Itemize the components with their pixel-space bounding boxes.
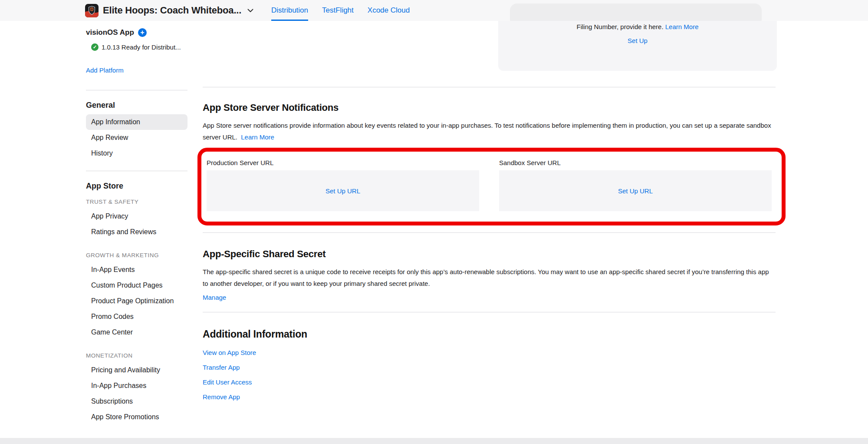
sidebar-item-ratings-reviews[interactable]: Ratings and Reviews (86, 224, 187, 240)
sidebar-growth-marketing-list: In-App Events Custom Product Pages Produ… (86, 262, 187, 340)
server-notifications-title: App Store Server Notifications (203, 102, 776, 113)
server-notifications-description-text: App Store server notifications provide i… (203, 122, 771, 141)
sidebar-item-game-center[interactable]: Game Center (86, 325, 187, 340)
filing-learn-more-link[interactable]: Learn More (665, 23, 699, 30)
transfer-app-link[interactable]: Transfer App (203, 364, 240, 371)
production-server-url-label: Production Server URL (207, 159, 479, 166)
edit-user-access-link[interactable]: Edit User Access (203, 378, 252, 386)
red-annotation-box: Production Server URL Set Up URL Sandbox… (197, 148, 786, 225)
sidebar-item-pricing-availability[interactable]: Pricing and Availability (86, 362, 187, 378)
sidebar-item-in-app-events[interactable]: In-App Events (86, 262, 187, 278)
list-item: View on App Store (203, 348, 776, 357)
platform-row: visionOS App + (86, 28, 187, 37)
version-status-row[interactable]: ✓ 1.0.13 Ready for Distribut... (86, 43, 187, 51)
sidebar-general-list: App Information App Review History (86, 114, 187, 161)
sidebar-group-trust-safety: TRUST & SAFETY (86, 199, 187, 205)
view-on-app-store-link[interactable]: View on App Store (203, 349, 256, 356)
list-item: Remove App (203, 392, 776, 401)
add-platform-plus-icon[interactable]: + (138, 28, 147, 37)
sidebar-item-subscriptions[interactable]: Subscriptions (86, 394, 187, 409)
tab-distribution[interactable]: Distribution (271, 0, 308, 21)
sidebar-divider (86, 90, 187, 90)
server-url-grid: Production Server URL Set Up URL Sandbox… (207, 159, 772, 211)
additional-information-links: View on App Store Transfer App Edit User… (203, 348, 776, 401)
sidebar-trust-safety-list: App Privacy Ratings and Reviews (86, 209, 187, 240)
sidebar-item-promo-codes[interactable]: Promo Codes (86, 309, 187, 325)
production-set-up-url-link[interactable]: Set Up URL (326, 187, 360, 195)
sidebar-item-in-app-purchases[interactable]: In-App Purchases (86, 378, 187, 394)
top-header-bar: Elite Hoops: Coach Whiteboa... Distribut… (0, 0, 868, 21)
section-divider (203, 87, 776, 87)
list-item: Transfer App (203, 363, 776, 372)
sidebar-divider (86, 171, 187, 171)
platform-heading: visionOS App (86, 28, 134, 37)
filing-number-card: Filing Number, provide it here. Learn Mo… (498, 21, 777, 71)
sidebar-item-product-page-optimization[interactable]: Product Page Optimization (86, 293, 187, 309)
chevron-down-icon[interactable] (247, 9, 253, 13)
sidebar-item-app-privacy[interactable]: App Privacy (86, 209, 187, 224)
page-footer-bar (0, 438, 868, 444)
server-notifications-description: App Store server notifications provide i… (203, 119, 776, 143)
tab-xcode-cloud[interactable]: Xcode Cloud (368, 0, 410, 21)
sidebar-heading-general: General (86, 101, 187, 110)
sidebar: visionOS App + ✓ 1.0.13 Ready for Distri… (86, 28, 187, 425)
sidebar-heading-app-store: App Store (86, 182, 187, 191)
sidebar-group-growth-marketing: GROWTH & MARKETING (86, 252, 187, 258)
remove-app-link[interactable]: Remove App (203, 393, 240, 401)
main-nav-tabs: Distribution TestFlight Xcode Cloud (271, 0, 410, 21)
shared-secret-description: The app-specific shared secret is a uniq… (203, 266, 776, 289)
tab-testflight[interactable]: TestFlight (322, 0, 354, 21)
sidebar-item-app-store-promotions[interactable]: App Store Promotions (86, 409, 187, 425)
shared-secret-title: App-Specific Shared Secret (203, 249, 776, 260)
production-url-section: Production Server URL Set Up URL (207, 159, 479, 211)
production-url-panel: Set Up URL (207, 170, 479, 211)
version-status-label: 1.0.13 Ready for Distribut... (102, 43, 181, 51)
sidebar-item-app-review[interactable]: App Review (86, 130, 187, 146)
add-platform-link[interactable]: Add Platform (86, 66, 124, 74)
section-divider (203, 312, 776, 312)
app-store-connect-page: Elite Hoops: Coach Whiteboa... Distribut… (0, 0, 868, 444)
sandbox-server-url-label: Sandbox Server URL (499, 159, 772, 166)
sidebar-item-history[interactable]: History (86, 146, 187, 161)
sandbox-url-section: Sandbox Server URL Set Up URL (499, 159, 772, 211)
sandbox-set-up-url-link[interactable]: Set Up URL (618, 187, 653, 195)
app-title: Elite Hoops: Coach Whiteboa... (103, 5, 241, 16)
main-content: App Store Server Notifications App Store… (203, 87, 776, 407)
section-divider (203, 232, 776, 233)
app-logo-icon (85, 4, 99, 17)
list-item: Edit User Access (203, 378, 776, 387)
sidebar-group-monetization: MONETIZATION (86, 352, 187, 359)
additional-information-title: Additional Information (203, 328, 776, 340)
filing-set-up-link[interactable]: Set Up (628, 37, 648, 44)
ready-check-icon: ✓ (91, 43, 99, 51)
filing-card-text: Filing Number, provide it here. (577, 23, 664, 30)
sidebar-item-custom-product-pages[interactable]: Custom Product Pages (86, 278, 187, 293)
sidebar-monetization-list: Pricing and Availability In-App Purchase… (86, 362, 187, 425)
sidebar-item-app-information[interactable]: App Information (86, 114, 187, 130)
app-brand: Elite Hoops: Coach Whiteboa... (85, 0, 253, 21)
server-notifications-learn-more-link[interactable]: Learn More (241, 133, 274, 141)
manage-shared-secret-link[interactable]: Manage (203, 294, 226, 301)
sandbox-url-panel: Set Up URL (499, 170, 772, 211)
